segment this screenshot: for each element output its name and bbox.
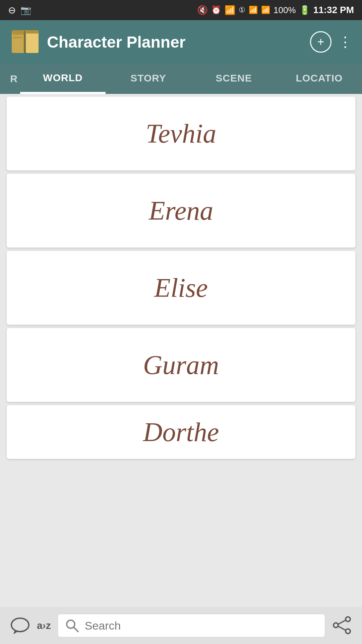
search-input[interactable] <box>85 619 318 632</box>
tabs-bar: R WORLD STORY SCENE LOCATIO <box>0 64 362 94</box>
more-button[interactable]: ⋮ <box>338 35 352 49</box>
share-icon <box>332 615 352 635</box>
chat-button[interactable] <box>10 615 30 636</box>
content-area: Tevhia Erena Elise Guram Dorthe <box>0 94 362 607</box>
character-card-tevhia[interactable]: Tevhia <box>7 97 355 170</box>
sim-icon: ① <box>239 6 245 14</box>
app-title: Character Planner <box>47 33 303 51</box>
alarm-icon: ⏰ <box>211 5 221 15</box>
tab-location[interactable]: LOCATIO <box>277 64 362 94</box>
svg-point-10 <box>346 617 350 622</box>
bottom-bar: a›z <box>0 607 362 644</box>
app-bar-actions: + ⋮ <box>310 31 352 53</box>
tab-scene[interactable]: SCENE <box>191 64 277 94</box>
character-card-erena[interactable]: Erena <box>7 174 355 248</box>
svg-rect-4 <box>13 34 23 35</box>
chat-icon <box>10 615 30 636</box>
svg-point-12 <box>346 629 350 634</box>
sort-button[interactable]: a›z <box>37 620 51 631</box>
character-card-dorthe[interactable]: Dorthe <box>7 405 355 459</box>
svg-point-11 <box>334 623 338 628</box>
battery-label: 100% <box>274 5 296 15</box>
time-display: 11:32 PM <box>313 5 354 15</box>
svg-line-9 <box>74 627 78 632</box>
tab-world[interactable]: WORLD <box>20 64 106 94</box>
status-right-icons: 🔇 ⏰ 📶 ① 📶 📶 100% 🔋 11:32 PM <box>197 5 354 15</box>
tab-item-partial-left[interactable]: R <box>0 64 20 94</box>
character-name-erena: Erena <box>149 196 214 226</box>
wifi-icon: 📶 <box>225 5 235 15</box>
status-left-icons: ⊖ 📷 <box>8 5 31 16</box>
character-name-tevhia: Tevhia <box>146 118 216 149</box>
svg-line-14 <box>338 626 346 630</box>
camera-icon: 📷 <box>20 5 31 15</box>
status-bar: ⊖ 📷 🔇 ⏰ 📶 ① 📶 📶 100% 🔋 11:32 PM <box>0 0 362 20</box>
character-name-dorthe: Dorthe <box>143 417 219 447</box>
minus-circle-icon: ⊖ <box>8 5 16 16</box>
svg-rect-5 <box>13 37 22 38</box>
signal-icon: 📶 <box>249 6 258 14</box>
character-name-elise: Elise <box>154 273 208 303</box>
svg-point-6 <box>11 618 29 632</box>
share-button[interactable] <box>332 615 352 636</box>
search-bar <box>58 614 325 637</box>
tab-story[interactable]: STORY <box>106 64 191 94</box>
add-button[interactable]: + <box>310 31 331 53</box>
app-logo <box>10 27 40 57</box>
mute-icon: 🔇 <box>197 5 208 15</box>
svg-marker-7 <box>13 630 19 634</box>
battery-icon: 🔋 <box>299 5 310 15</box>
book-icon <box>10 27 40 57</box>
svg-line-13 <box>338 620 346 624</box>
app-bar: Character Planner + ⋮ <box>0 20 362 64</box>
character-card-guram[interactable]: Guram <box>7 328 355 402</box>
search-icon <box>65 618 79 633</box>
signal2-icon: 📶 <box>261 6 270 14</box>
character-name-guram: Guram <box>143 350 219 380</box>
character-card-elise[interactable]: Elise <box>7 251 355 325</box>
svg-rect-1 <box>26 30 39 53</box>
